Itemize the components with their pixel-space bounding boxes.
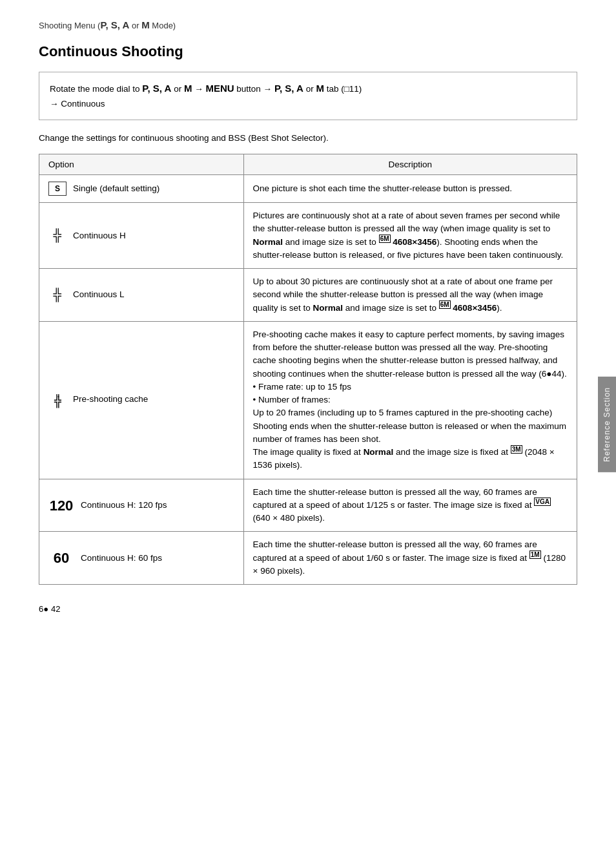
breadcrumb: Shooting Menu (P, S, A or M Mode) [39, 19, 577, 30]
120-label: Continuous H: 120 fps [81, 499, 167, 512]
description-cell-psc: Pre-shooting cache makes it easy to capt… [243, 321, 577, 479]
description-cell-single: One picture is shot each time the shutte… [243, 175, 577, 203]
psc-icon: ╬̇ [48, 393, 67, 410]
breadcrumb-modes: P, S, A [100, 19, 129, 30]
description-text: Change the settings for continuous shoot… [39, 132, 577, 145]
option-cell-120: 120 Continuous H: 120 fps [39, 479, 244, 532]
breadcrumb-m: M [141, 19, 150, 30]
breadcrumb-text-pre: Shooting Menu ( [39, 21, 100, 30]
navbox-ref: □11 [344, 84, 359, 94]
navbox-m2: M [316, 83, 324, 94]
description-cell-120: Each time the shutter-release button is … [243, 479, 577, 532]
breadcrumb-text-post: Mode) [150, 21, 176, 30]
footer: 6● 42 [39, 604, 577, 614]
footer-icon: 6● [39, 604, 48, 614]
navbox-close: ) [359, 84, 362, 94]
col-header-option: Option [39, 154, 244, 175]
60-icon: 60 [48, 547, 74, 569]
page-title: Continuous Shooting [39, 43, 577, 60]
table-row: ╬ Continuous L Up to about 30 pictures a… [39, 269, 577, 322]
navbox-arrow2: button → [234, 84, 274, 94]
page-container: Shooting Menu (P, S, A or M Mode) Contin… [0, 0, 616, 640]
option-cell-continuous-l: ╬ Continuous L [39, 269, 244, 322]
option-cell-continuous-h: ╬ Continuous H [39, 203, 244, 269]
table-row: ╬ Continuous H Pictures are continuously… [39, 203, 577, 269]
option-cell-psc: ╬̇ Pre-shooting cache [39, 321, 244, 479]
description-cell-continuous-h: Pictures are continuously shot at a rate… [243, 203, 577, 269]
sidebar-tab: Reference Section [598, 377, 616, 472]
footer-page: 42 [51, 604, 60, 614]
navbox-menu: MENU [205, 83, 234, 94]
continuous-h-label: Continuous H [73, 229, 126, 242]
navbox-or2: or [303, 84, 316, 94]
navbox-arrow3: → Continuous [50, 99, 105, 109]
120-icon: 120 [48, 495, 74, 516]
description-cell-continuous-l: Up to about 30 pictures are continuously… [243, 269, 577, 322]
option-cell-60: 60 Continuous H: 60 fps [39, 532, 244, 585]
continuous-l-label: Continuous L [73, 288, 125, 301]
navbox-or: or [171, 84, 184, 94]
navbox-modes2: P, S, A [274, 83, 303, 94]
description-cell-60: Each time the shutter-release button is … [243, 532, 577, 585]
table-row: 60 Continuous H: 60 fps Each time the sh… [39, 532, 577, 585]
table-row: S Single (default setting) One picture i… [39, 175, 577, 203]
table-header-row: Option Description [39, 154, 577, 175]
navbox-arrow1: → [192, 84, 205, 94]
psc-label: Pre-shooting cache [73, 393, 148, 406]
nav-box: Rotate the mode dial to P, S, A or M → M… [39, 72, 577, 120]
option-cell-single: S Single (default setting) [39, 175, 244, 203]
col-header-description: Description [243, 154, 577, 175]
single-label: Single (default setting) [73, 182, 159, 195]
options-table: Option Description S Single (default set… [39, 154, 577, 585]
navbox-m: M [184, 83, 192, 94]
navbox-line1-pre: Rotate the mode dial to [50, 84, 142, 94]
single-icon: S [48, 182, 67, 196]
navbox-modes: P, S, A [142, 83, 171, 94]
continuous-l-icon: ╬ [48, 286, 67, 304]
navbox-tab: tab ( [324, 84, 344, 94]
table-row: 120 Continuous H: 120 fps Each time the … [39, 479, 577, 532]
sidebar-label: Reference Section [602, 387, 611, 462]
breadcrumb-or: or [129, 21, 141, 30]
table-row: ╬̇ Pre-shooting cache Pre-shooting cache… [39, 321, 577, 479]
60-label: Continuous H: 60 fps [81, 552, 162, 565]
continuous-h-icon: ╬ [48, 227, 67, 244]
